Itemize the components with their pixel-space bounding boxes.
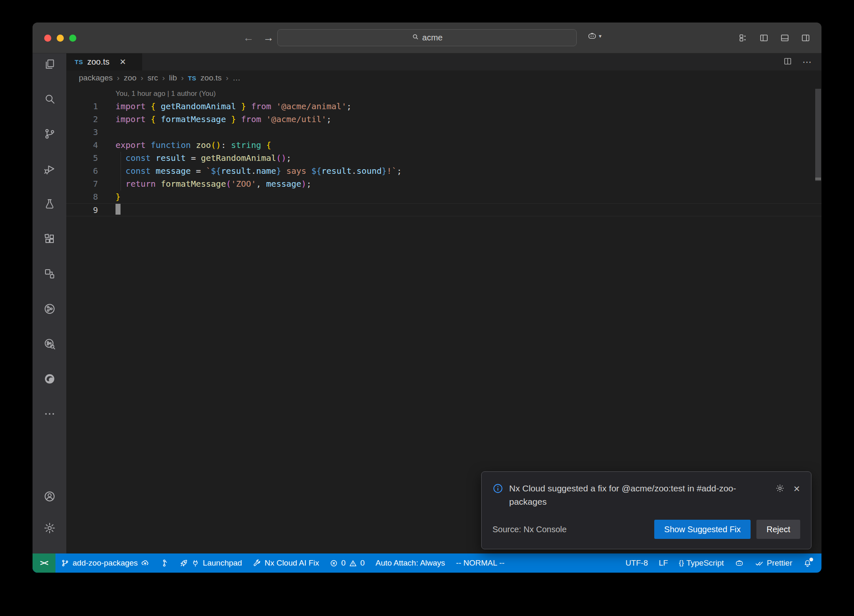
line-number: 8 <box>66 190 98 203</box>
status-language[interactable]: { }TypeScript <box>673 553 729 573</box>
breadcrumb-item-src[interactable]: src <box>148 73 158 83</box>
breadcrumb-item-packages[interactable]: packages <box>79 73 113 83</box>
status-prettier[interactable]: Prettier <box>749 553 798 573</box>
activity-item-search[interactable] <box>40 93 60 105</box>
line-number: 7 <box>66 178 98 190</box>
breadcrumb-item-file[interactable]: zoo.ts <box>201 73 222 83</box>
minimize-window-button[interactable] <box>57 35 64 42</box>
remote-indicator-icon: >< <box>40 559 48 568</box>
status-eol[interactable]: LF <box>653 553 673 573</box>
activity-item-nx-project-graph[interactable] <box>40 303 60 315</box>
more-actions-icon[interactable]: ⋯ <box>802 57 812 68</box>
info-icon <box>492 482 503 496</box>
editor-scrollbar[interactable] <box>815 89 821 181</box>
search-icon <box>412 33 419 43</box>
typescript-file-icon: TS <box>188 75 196 82</box>
reject-button[interactable]: Reject <box>756 520 800 539</box>
plug-icon <box>191 559 199 567</box>
code-line-content: return formatMessage('ZOO', message); <box>98 178 311 190</box>
split-editor-icon[interactable] <box>783 57 792 68</box>
code-line-content: import { getRandomAnimal } from '@acme/a… <box>98 100 352 113</box>
status-encoding[interactable]: UTF-8 <box>620 553 653 573</box>
activity-item-source-control[interactable] <box>40 128 60 140</box>
breadcrumbs: packages›zoo›src›lib›TSzoo.ts›… <box>66 70 821 85</box>
status-source-control-graph[interactable] <box>155 553 174 573</box>
code-line[interactable]: 3 <box>66 126 821 139</box>
status-auto-attach[interactable]: Auto Attach: Always <box>370 553 451 573</box>
status-auto-attach-label: Auto Attach: Always <box>376 558 445 568</box>
activity-item-more-views[interactable] <box>40 408 60 420</box>
code-line[interactable]: 4export function zoo(): string { <box>66 139 821 152</box>
line-number: 5 <box>66 152 98 165</box>
run-debug-icon <box>43 163 56 175</box>
activity-item-extensions[interactable] <box>40 233 60 245</box>
activity-item-accounts[interactable] <box>40 490 60 503</box>
show-suggested-fix-button[interactable]: Show Suggested Fix <box>654 520 751 539</box>
bell-dot-icon <box>803 559 812 568</box>
status-problems[interactable]: 00 <box>324 553 370 573</box>
blame-annotation: You, 1 hour ago | 1 author (You) <box>66 87 821 100</box>
code-line-content: export function zoo(): string { <box>98 139 271 152</box>
nx-graph-search-icon <box>43 338 56 350</box>
activity-bar <box>33 53 66 553</box>
code-line-content <box>98 126 116 139</box>
copilot-menu-button[interactable]: ▾ <box>587 31 602 41</box>
notification-settings-icon[interactable] <box>775 483 785 495</box>
cloud-upload-icon <box>141 559 149 567</box>
activity-item-nx-console[interactable] <box>40 268 60 280</box>
code-line[interactable]: 1import { getRandomAnimal } from '@acme/… <box>66 100 821 113</box>
activity-item-testing[interactable] <box>40 198 60 210</box>
wrench-icon <box>253 559 261 567</box>
notification-close-icon[interactable]: ✕ <box>793 484 800 494</box>
activity-item-run-debug[interactable] <box>40 163 60 175</box>
activity-item-explorer[interactable] <box>40 58 60 70</box>
status-language-label: TypeScript <box>686 558 724 568</box>
editor-cursor <box>116 204 121 215</box>
customize-layout-icon[interactable] <box>738 33 748 43</box>
source-control-icon <box>43 128 56 140</box>
toggle-primary-sidebar-icon[interactable] <box>759 33 769 43</box>
code-line[interactable]: 6 const message = `${result.name} says $… <box>66 165 821 178</box>
code-line[interactable]: 2import { formatMessage } from '@acme/ut… <box>66 113 821 126</box>
status-notifications[interactable] <box>798 553 817 573</box>
line-number: 6 <box>66 165 98 178</box>
code-line-content: import { formatMessage } from '@acme/uti… <box>98 113 332 126</box>
breadcrumb-item-zoo[interactable]: zoo <box>124 73 137 83</box>
braces-icon: { } <box>679 559 683 567</box>
close-tab-icon[interactable]: ✕ <box>120 57 126 67</box>
code-line[interactable]: 9 <box>66 203 821 216</box>
notification-source: Source: Nx Console <box>492 525 567 534</box>
indent-guide <box>121 152 121 190</box>
navigate-forward-icon[interactable]: → <box>263 31 274 44</box>
status-launchpad[interactable]: Launchpad <box>174 553 247 573</box>
zoom-window-button[interactable] <box>69 35 76 42</box>
activity-item-nx-graph-search[interactable] <box>40 338 60 350</box>
notification-message: Nx Cloud suggested a fix for @acme/zoo:t… <box>509 482 769 509</box>
code-line[interactable]: 5 const result = getRandomAnimal(); <box>66 152 821 165</box>
code-line[interactable]: 8} <box>66 190 821 203</box>
navigate-back-icon[interactable]: ← <box>243 31 254 44</box>
toggle-panel-icon[interactable] <box>780 33 790 43</box>
breadcrumb-separator-icon: › <box>117 73 119 83</box>
extensions-icon <box>43 233 56 245</box>
breadcrumb-item-lib[interactable]: lib <box>169 73 177 83</box>
close-window-button[interactable] <box>44 35 51 42</box>
error-circle-icon <box>330 559 338 567</box>
command-center-text: acme <box>422 33 443 43</box>
status-nx-cloud-ai-fix[interactable]: Nx Cloud AI Fix <box>247 553 324 573</box>
command-center-search[interactable]: acme <box>277 29 577 46</box>
activity-item-settings[interactable] <box>40 522 60 534</box>
more-views-icon <box>43 408 56 420</box>
chevron-down-icon: ▾ <box>599 33 602 39</box>
tab-zoo-ts[interactable]: TS zoo.ts ✕ <box>66 53 142 70</box>
status-remote[interactable]: >< <box>33 553 55 573</box>
status-copilot[interactable] <box>729 553 749 573</box>
status-vim-mode[interactable]: -- NORMAL -- <box>450 553 510 573</box>
toggle-secondary-sidebar-icon[interactable] <box>801 33 811 43</box>
code-line[interactable]: 7 return formatMessage('ZOO', message); <box>66 178 821 190</box>
status-git-branch[interactable]: add-zoo-packages <box>55 553 155 573</box>
double-check-icon <box>755 559 764 568</box>
breadcrumb-symbol-tail[interactable]: … <box>233 73 241 83</box>
status-encoding-label: UTF-8 <box>625 558 648 568</box>
activity-item-edge-devtools[interactable] <box>40 373 60 385</box>
